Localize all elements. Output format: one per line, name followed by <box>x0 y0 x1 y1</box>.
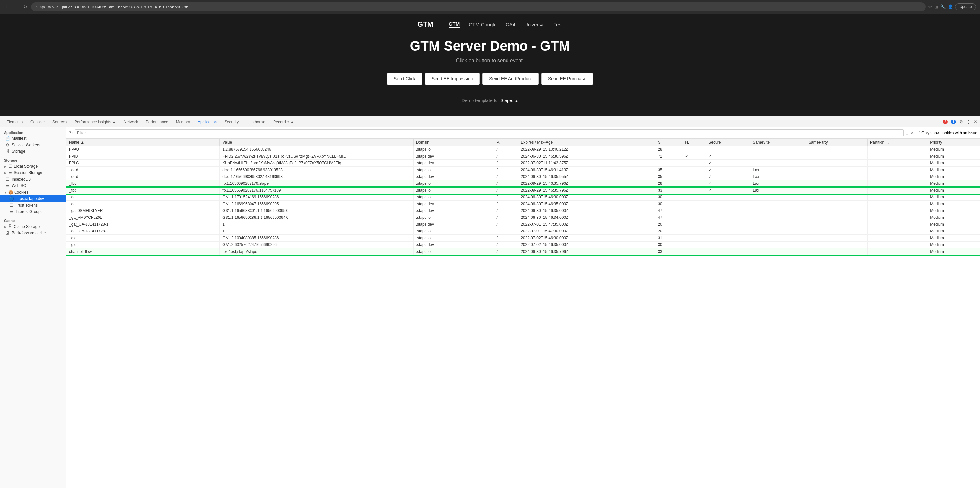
local-storage-arrow: ▶ <box>4 165 6 168</box>
more-options-icon[interactable]: ⋮ <box>966 119 970 124</box>
col-header-value[interactable]: Value <box>220 139 413 146</box>
tab-application[interactable]: Application <box>194 116 221 128</box>
table-row[interactable]: _ga_VM9YCFJZ0LGS1.1.1656690286.1.1.16566… <box>67 214 980 221</box>
send-ee-purchase-button[interactable]: Send EE Purchase <box>541 73 593 85</box>
col-header-path[interactable]: P. <box>494 139 518 146</box>
sidebar-item-back-forward-cache[interactable]: 🗄 Back/forward cache <box>0 230 66 236</box>
tab-sources[interactable]: Sources <box>49 116 71 128</box>
table-row[interactable]: _gaGA1.1.1701524169.1656690286.stape.io/… <box>67 194 980 201</box>
storage-icon: 🗄 <box>5 149 10 154</box>
sidebar-item-storage[interactable]: 🗄 Storage <box>0 148 66 155</box>
filter-options-icon[interactable]: ⊟ <box>905 131 909 135</box>
table-header-row: Name ▲ Value Domain P. Expires / Max-Age… <box>67 139 980 146</box>
col-header-secure[interactable]: Secure <box>706 139 750 146</box>
nav-ga4[interactable]: GA4 <box>506 22 515 27</box>
col-header-size[interactable]: S. <box>655 139 682 146</box>
indexeddb-label: IndexedDB <box>12 177 31 182</box>
sidebar-item-cookies-group[interactable]: ▼ 🍪 Cookies <box>0 189 66 196</box>
sidebar-item-cache-storage[interactable]: ▶ 🗄 Cache Storage <box>0 223 66 230</box>
col-header-name[interactable]: Name ▲ <box>67 139 220 146</box>
nav-test[interactable]: Test <box>554 22 563 27</box>
nav-gtm[interactable]: GTM <box>449 21 460 28</box>
tab-performance[interactable]: Performance <box>142 116 172 128</box>
col-header-domain[interactable]: Domain <box>413 139 494 146</box>
forward-button[interactable]: → <box>13 3 19 10</box>
tab-recorder[interactable]: Recorder ▲ <box>269 116 298 128</box>
filter-input[interactable] <box>75 129 904 137</box>
sidebar-item-interest-groups[interactable]: ☰ Interest Groups <box>0 209 66 215</box>
sidebar-item-indexeddb[interactable]: ☰ IndexedDB <box>0 176 66 182</box>
table-row[interactable]: _gat_UA-181411728-11.stape.dev/2022-07-0… <box>67 221 980 228</box>
filter-bar: ↻ ⊟ ✕ Only show cookies with an issue <box>67 128 980 139</box>
tab-network[interactable]: Network <box>120 116 142 128</box>
cookie-table: Name ▲ Value Domain P. Expires / Max-Age… <box>67 139 980 255</box>
tab-security[interactable]: Security <box>221 116 242 128</box>
show-cookies-with-issue-label[interactable]: Only show cookies with an issue <box>916 131 977 135</box>
nav-gtm-google[interactable]: GTM Google <box>469 22 496 27</box>
web-sql-icon: ☰ <box>5 183 10 188</box>
table-row[interactable]: _ga_0SME9XLYERGS1.1.1656688301.1.1.16566… <box>67 207 980 214</box>
tab-memory[interactable]: Memory <box>172 116 194 128</box>
col-header-priority[interactable]: Priority <box>928 139 980 146</box>
sidebar-item-web-sql[interactable]: ☰ Web SQL <box>0 182 66 189</box>
sidebar: Application 📄 Manifest ⚙ Service Workers… <box>0 128 67 488</box>
star-icon[interactable]: ☆ <box>928 4 932 10</box>
tab-console[interactable]: Console <box>27 116 49 128</box>
col-header-partition[interactable]: Partition ... <box>867 139 928 146</box>
sidebar-item-service-workers[interactable]: ⚙ Service Workers <box>0 142 66 148</box>
table-row[interactable]: _gaGA1.2.1669958047.1656690395.stape.dev… <box>67 201 980 207</box>
nav-universal[interactable]: Universal <box>524 22 545 27</box>
col-header-h[interactable]: H. <box>682 139 706 146</box>
col-header-sameparty[interactable]: SameParty <box>806 139 867 146</box>
sidebar-item-stape-dev[interactable]: 🔵 https://stape.dev <box>0 196 66 202</box>
sidebar-item-trust-tokens[interactable]: ☰ Trust Tokens <box>0 202 66 209</box>
send-click-button[interactable]: Send Click <box>387 73 422 85</box>
settings-icon[interactable]: ⚙ <box>959 119 963 124</box>
stape-link[interactable]: Stape.io <box>500 98 517 103</box>
sidebar-item-manifest[interactable]: 📄 Manifest <box>0 135 66 142</box>
sidebar-item-session-storage[interactable]: ▶ ☰ Session Storage <box>0 169 66 176</box>
extension-icon-2[interactable]: 🔧 <box>940 4 946 10</box>
table-row[interactable]: FPAU1.2.887679154.1656688246.stape.io/20… <box>67 146 980 153</box>
table-row[interactable]: _gidGA1.2.1004089385.1656690286.stape.io… <box>67 235 980 241</box>
tab-elements[interactable]: Elements <box>3 116 27 128</box>
tab-lighthouse[interactable]: Lighthouse <box>242 116 269 128</box>
web-sql-label: Web SQL <box>12 183 29 188</box>
table-row[interactable]: _gat_UA-181411728-21.stape.io/2022-07-01… <box>67 228 980 235</box>
table-row[interactable]: channel_flowtest/test,stape/stape.stape.… <box>67 248 980 255</box>
update-button[interactable]: Update <box>955 3 976 10</box>
show-cookies-checkbox[interactable] <box>916 131 920 135</box>
reload-button[interactable]: ↻ <box>22 3 29 10</box>
cookies-label: Cookies <box>14 190 28 195</box>
table-row[interactable]: _fbcfb.1.1656690287176.stape.stape.io/20… <box>67 180 980 187</box>
session-storage-arrow: ▶ <box>4 171 6 175</box>
show-cookies-text: Only show cookies with an issue <box>921 131 977 135</box>
send-ee-addproduct-button[interactable]: Send EE AddProduct <box>482 73 539 85</box>
refresh-cookies-button[interactable]: ↻ <box>69 130 73 136</box>
table-row[interactable]: FPLCKUpFNwtHLThL3prq2YaMsAcq0tM82gEdJnP7… <box>67 160 980 167</box>
back-button[interactable]: ← <box>4 3 10 10</box>
tab-performance-insights[interactable]: Performance insights ▲ <box>71 116 120 128</box>
sidebar-item-local-storage[interactable]: ▶ ☰ Local Storage <box>0 163 66 169</box>
avatar-icon[interactable]: 👤 <box>948 4 953 10</box>
clear-filter-icon[interactable]: ✕ <box>911 131 914 135</box>
table-row[interactable]: _fbpfb.1.1656690287176.1164757189.stape.… <box>67 187 980 194</box>
sidebar-section-application: Application <box>0 129 66 135</box>
table-row[interactable]: _dciddcid.1.1656690395802.148193698.stap… <box>67 174 980 180</box>
session-storage-label: Session Storage <box>14 171 42 175</box>
site-logo: GTM <box>417 20 433 29</box>
cookies-icon: 🍪 <box>8 190 13 195</box>
url-text: stape.dev/?_ga=2.98009631.1004089385.165… <box>36 5 189 10</box>
col-header-samesite[interactable]: SameSite <box>750 139 806 146</box>
close-devtools-icon[interactable]: ✕ <box>974 119 977 124</box>
cookie-table-container: Name ▲ Value Domain P. Expires / Max-Age… <box>67 139 980 488</box>
table-row[interactable]: FPIDFPID2.2.wNw2%2FTvIWLysIU1sRoFvzUSo7z… <box>67 153 980 160</box>
send-ee-impression-button[interactable]: Send EE Impression <box>425 73 480 85</box>
trust-tokens-label: Trust Tokens <box>16 203 38 207</box>
table-row[interactable]: _gidGA1.2.632576274.1656690296.stape.dev… <box>67 241 980 248</box>
url-bar[interactable]: stape.dev/?_ga=2.98009631.1004089385.165… <box>31 2 926 11</box>
table-row[interactable]: _dciddcid.1.1656690286766.933019523.stap… <box>67 167 980 174</box>
extension-icon-1[interactable]: ⊞ <box>934 4 938 10</box>
col-header-expires[interactable]: Expires / Max-Age <box>518 139 655 146</box>
sidebar-section-cache: Cache <box>0 217 66 223</box>
